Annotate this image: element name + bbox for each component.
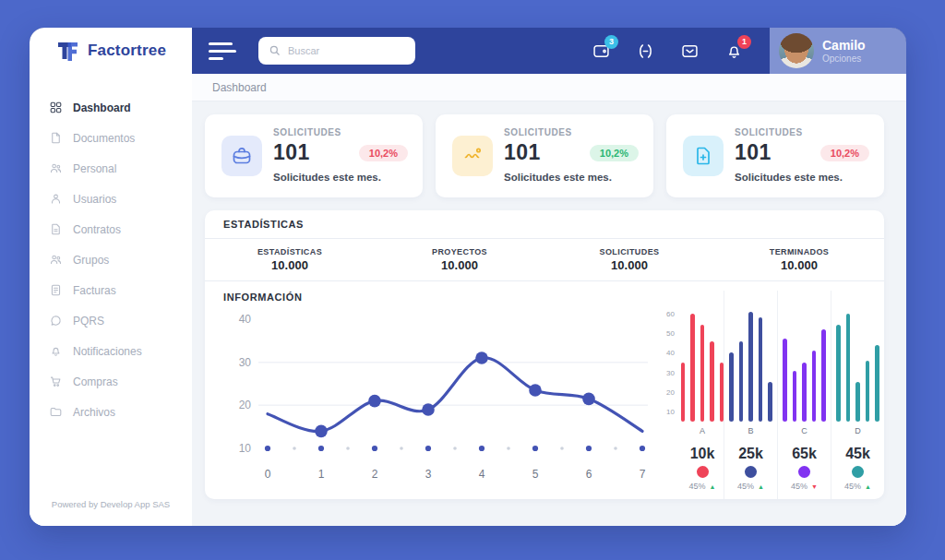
stat-card-badge: 10,2% — [359, 145, 408, 161]
notification-badge: 1 — [737, 35, 751, 49]
sidebar-item-usuarios[interactable]: Usuarios — [30, 184, 192, 214]
bar-group-label: C — [778, 426, 831, 439]
activity-icon — [461, 145, 484, 167]
summary-stat-value: 10.000 — [611, 258, 648, 272]
bar-y-tick: 60 — [666, 310, 675, 318]
sidebar-item-label: Documentos — [73, 132, 135, 145]
stat-card-icon-box — [221, 136, 262, 176]
bar-chart-y-axis: 102030405060 — [657, 304, 677, 422]
bell-button[interactable]: 1 — [724, 42, 744, 61]
avatar — [779, 33, 814, 68]
logo: Factortree — [30, 28, 192, 74]
stat-card-body: SOLICITUDES10110,2%Solicitudes este mes. — [273, 127, 408, 183]
mail-button[interactable] — [680, 42, 700, 61]
stat-card: SOLICITUDES10110,2%Solicitudes este mes. — [436, 114, 653, 197]
legend-percent-row: 45%▲ — [737, 482, 764, 491]
sidebar-item-label: Usuarios — [73, 193, 116, 206]
bar — [710, 341, 713, 422]
legend-value: 65k — [792, 446, 817, 462]
legend-value: 45k — [845, 446, 870, 462]
legend-percent: 45% — [689, 482, 706, 491]
stat-card-subtitle: Solicitudes este mes. — [273, 172, 408, 183]
stat-card-value-row: 10110,2% — [735, 140, 869, 165]
legend-percent-row: 45%▲ — [844, 482, 871, 491]
sidebar-item-label: Facturas — [73, 284, 116, 297]
summary-stat: SOLICITUDES10.000 — [544, 239, 714, 280]
legend-dot — [798, 466, 810, 478]
search-input[interactable] — [258, 37, 415, 65]
contract-icon — [49, 222, 63, 236]
sidebar-item-label: Dashboard — [73, 101, 131, 114]
user-menu[interactable]: Camilo Opciones — [770, 28, 906, 74]
bar-group-D: D45k45%▲ — [831, 291, 884, 499]
sidebar-item-archivos[interactable]: Archivos — [30, 397, 192, 427]
topbar-icons: 31 — [592, 42, 744, 61]
stat-card-icon-box — [683, 136, 724, 176]
main-content: Dashboard SOLICITUDES10110,2%Solicitudes… — [192, 74, 906, 526]
bar — [875, 345, 879, 422]
sidebar-item-facturas[interactable]: Facturas — [30, 275, 192, 305]
bar-y-tick: 40 — [666, 349, 675, 357]
sidebar-item-dashboard[interactable]: Dashboard — [30, 92, 192, 123]
svg-text:3: 3 — [425, 468, 432, 481]
stat-card-value: 101 — [504, 140, 541, 165]
svg-text:0: 0 — [265, 468, 271, 481]
logo-text: Factortree — [88, 42, 166, 60]
bar — [855, 382, 860, 422]
sidebar-item-label: PQRS — [73, 315, 104, 328]
menu-toggle-button[interactable] — [209, 42, 236, 60]
bar-group-C: C65k45%▼ — [777, 291, 831, 499]
group-icon — [49, 253, 63, 267]
bar-legend-item: 45k45%▲ — [831, 446, 884, 491]
logo-tf-icon — [55, 38, 81, 64]
bar-y-tick: 50 — [666, 329, 675, 338]
bar-y-tick: 10 — [666, 408, 675, 416]
bell-icon — [49, 344, 63, 358]
bar — [739, 341, 744, 422]
bar-group-bars — [831, 304, 884, 422]
line-chart-area: INFORMACIÓN 1020304001234567 — [205, 281, 657, 499]
sidebar-item-compras[interactable]: Compras — [30, 366, 192, 397]
mail-icon — [680, 42, 700, 61]
stat-card-badge: 10,2% — [590, 145, 639, 161]
user-icon — [49, 192, 63, 206]
svg-text:40: 40 — [239, 313, 252, 326]
bar-legend-item: 65k45%▼ — [778, 446, 831, 491]
wallet-button[interactable]: 3 — [592, 42, 611, 61]
summary-stat: TERMINADOS10.000 — [714, 239, 884, 280]
summary-stat-value: 10.000 — [271, 258, 308, 272]
bar-y-tick: 20 — [666, 388, 675, 397]
bar — [812, 351, 817, 422]
app-window: Factortree 31 Camilo Opciones DashboardD… — [30, 28, 906, 526]
stat-card-value-row: 10110,2% — [504, 140, 639, 165]
sidebar-item-label: Compras — [73, 375, 118, 388]
chat-icon — [49, 314, 63, 328]
sidebar-item-personal[interactable]: Personal — [30, 153, 192, 184]
summary-stat-label: SOLICITUDES — [600, 247, 660, 256]
bar — [681, 363, 685, 422]
sidebar-item-pqrs[interactable]: PQRS — [30, 305, 192, 336]
bar-y-tick: 30 — [666, 369, 675, 377]
sidebar-item-notificaciones[interactable]: Notificaciones — [30, 336, 192, 366]
svg-text:20: 20 — [239, 399, 252, 411]
bar-group-label: A — [681, 426, 724, 439]
summary-stat-label: ESTADÍSTICAS — [257, 247, 322, 256]
statistics-card: ESTADÍSTICAS ESTADÍSTICAS10.000PROYECTOS… — [205, 210, 884, 499]
svg-text:4: 4 — [479, 468, 485, 481]
summary-stat-label: TERMINADOS — [770, 247, 830, 256]
bar-group-bars — [724, 304, 777, 422]
user-name: Camilo — [822, 38, 866, 54]
scan-button[interactable] — [636, 42, 655, 61]
sidebar-item-contratos[interactable]: Contratos — [30, 214, 192, 244]
user-options-label: Opciones — [822, 54, 866, 64]
folder-icon — [49, 405, 63, 419]
sidebar-item-documentos[interactable]: Documentos — [30, 123, 192, 153]
sidebar-item-grupos[interactable]: Grupos — [30, 244, 192, 275]
svg-text:1: 1 — [318, 468, 325, 481]
svg-text:2: 2 — [372, 468, 378, 481]
grid-icon — [49, 101, 63, 114]
trend-up-icon: ▲ — [758, 483, 764, 490]
svg-text:7: 7 — [640, 468, 646, 481]
bar-group-label: D — [831, 426, 884, 439]
bar-group-bars — [778, 304, 831, 422]
